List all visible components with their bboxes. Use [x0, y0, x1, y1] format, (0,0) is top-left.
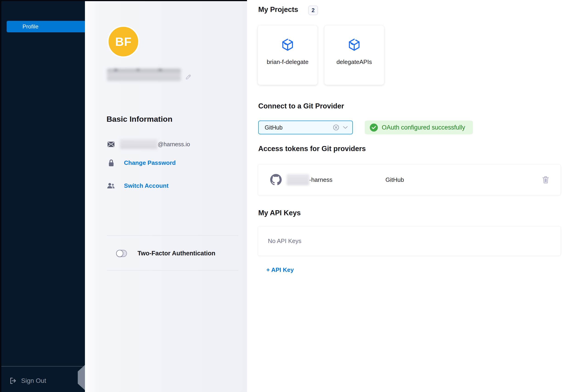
email-domain: @harness.io [158, 141, 190, 148]
two-factor-toggle-knob [116, 250, 123, 257]
project-cube-icon [280, 37, 295, 52]
project-card[interactable]: delegateAPIs [324, 26, 384, 85]
email-row: @harness.io [107, 139, 190, 150]
two-factor-label: Two-Factor Authentication [137, 250, 215, 257]
oauth-status-badge: OAuth configured successfully [365, 121, 473, 134]
basic-information-title: Basic Information [106, 115, 172, 124]
sidebar-collapse-handle[interactable] [77, 365, 85, 390]
sign-out-icon [9, 377, 17, 385]
my-projects-title: My Projects [258, 5, 298, 14]
token-provider: GitHub [386, 176, 404, 183]
project-name: delegateAPIs [337, 58, 372, 66]
edit-name-icon[interactable] [185, 73, 192, 80]
switch-account-row: Switch Account [107, 181, 168, 190]
switch-account-icon [107, 182, 115, 189]
chevron-down-icon [343, 126, 348, 129]
user-name-redacted [107, 69, 181, 81]
token-username-suffix: -harness [309, 176, 332, 183]
email-icon [107, 141, 115, 147]
avatar: BF [107, 26, 140, 58]
api-keys-title: My API Keys [258, 209, 301, 217]
sign-out-label: Sign Out [21, 377, 46, 384]
api-keys-empty-card: No API Keys [258, 226, 561, 256]
access-tokens-title: Access tokens for Git providers [258, 145, 366, 153]
add-api-key-button[interactable]: + API Key [266, 266, 294, 273]
git-provider-title: Connect to a Git Provider [258, 102, 344, 110]
projects-count-badge: 2 [308, 5, 318, 15]
two-factor-toggle[interactable] [116, 250, 127, 257]
clear-selection-icon[interactable] [333, 124, 339, 131]
project-card[interactable]: brian-f-delegate [258, 26, 317, 85]
profile-page: Profile Sign Out BF Basic Information [0, 0, 567, 392]
sidebar: Profile Sign Out [0, 0, 85, 392]
oauth-status-message: OAuth configured successfully [382, 124, 465, 131]
sidebar-item-profile[interactable]: Profile [7, 21, 85, 32]
token-username: -harness [287, 174, 386, 185]
access-token-row: -harness GitHub [258, 164, 561, 195]
github-logo-icon [270, 174, 282, 185]
avatar-initials: BF [115, 35, 132, 49]
sidebar-footer-divider [0, 366, 85, 366]
main-panel: My Projects 2 brian-f-delegate delegateA… [247, 0, 567, 392]
project-cube-icon [347, 37, 361, 52]
sidebar-item-profile-label: Profile [22, 23, 38, 30]
divider-below-two-factor [107, 270, 238, 270]
git-provider-select[interactable]: GitHub [258, 121, 353, 134]
lock-icon [108, 159, 114, 167]
api-keys-empty-message: No API Keys [268, 238, 301, 245]
git-provider-selected-value: GitHub [265, 124, 333, 131]
success-check-icon [370, 124, 378, 132]
sign-out-button[interactable]: Sign Out [9, 377, 46, 385]
window-chrome-top [0, 0, 247, 1]
window-chrome-left [0, 0, 1, 392]
change-password-link[interactable]: Change Password [124, 159, 176, 167]
switch-account-link[interactable]: Switch Account [124, 182, 168, 189]
email-prefix-redacted [120, 139, 157, 149]
change-password-row: Change Password [108, 158, 176, 168]
delete-token-icon[interactable] [542, 176, 549, 184]
profile-summary-panel: BF Basic Information @harness.io Change … [85, 0, 247, 392]
token-username-redacted [287, 174, 309, 185]
project-name: brian-f-delegate [267, 58, 309, 66]
